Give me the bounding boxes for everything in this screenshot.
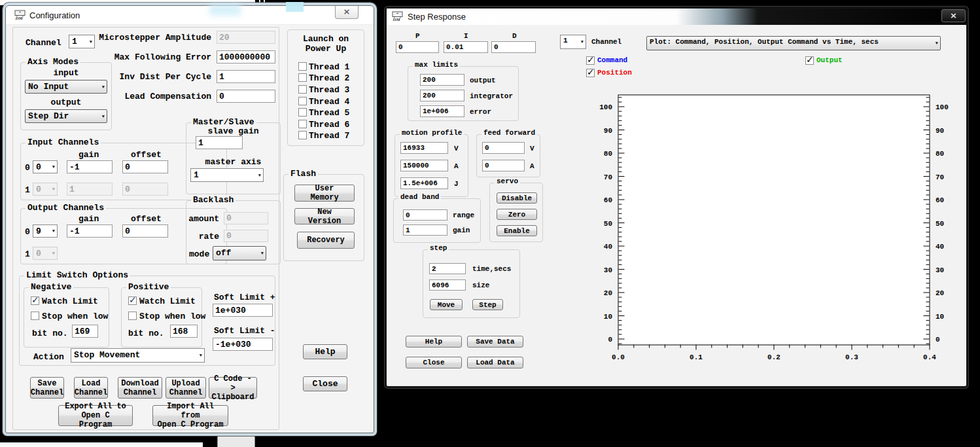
c-code-clipboard-button[interactable]: C Code ->Clipboard xyxy=(209,377,257,399)
svg-text:70: 70 xyxy=(604,173,612,181)
thread-1-checkbox[interactable] xyxy=(298,62,307,71)
negative-stop-when-low-checkbox[interactable] xyxy=(31,312,39,320)
motion-accel-field[interactable] xyxy=(400,160,448,171)
user-memory-button[interactable]: User Memory xyxy=(294,185,355,202)
step-size-field[interactable] xyxy=(429,279,466,291)
max-error-label: error xyxy=(470,108,491,116)
lead-compensation-field[interactable] xyxy=(217,90,275,103)
channel-select[interactable]: 1 xyxy=(69,35,95,48)
config-close-button[interactable]: Close xyxy=(303,376,347,391)
recovery-button[interactable]: Recovery xyxy=(297,232,355,249)
load-data-button[interactable]: Load Data xyxy=(467,357,523,368)
i-field[interactable] xyxy=(444,41,488,53)
input-channel-0-select[interactable]: 0 xyxy=(33,160,58,173)
negative-bit-field[interactable] xyxy=(72,325,98,338)
backlash-mode-select[interactable]: off xyxy=(213,246,266,260)
positive-watch-limit-checkbox[interactable] xyxy=(128,296,137,305)
thread-7-checkbox[interactable] xyxy=(298,131,307,139)
input-channel-0-gain[interactable] xyxy=(67,160,113,173)
thread-4-checkbox[interactable] xyxy=(298,97,307,105)
dead-band-range-field[interactable] xyxy=(403,209,447,221)
slave-gain-label: slave gain xyxy=(186,126,280,136)
positive-bit-field[interactable] xyxy=(170,325,198,338)
thread-2-checkbox[interactable] xyxy=(298,73,307,82)
servo-enable-button[interactable]: Enable xyxy=(497,225,537,236)
feed-forward-v-field[interactable] xyxy=(482,142,525,154)
p-field[interactable] xyxy=(396,41,439,53)
save-channel-button[interactable]: SaveChannel xyxy=(30,377,64,399)
input-mode-select[interactable]: No Input xyxy=(25,80,107,94)
config-titlebar[interactable]: DM Configuration × xyxy=(6,6,374,25)
servo-zero-button[interactable]: Zero xyxy=(497,209,537,220)
import-all-button[interactable]: Import All fromOpen C Program xyxy=(152,405,228,426)
master-axis-select[interactable]: 1 xyxy=(190,168,264,182)
configuration-window: DM Configuration × Channel 1 Microsteppe… xyxy=(5,5,374,433)
positive-stop-when-low-checkbox[interactable] xyxy=(128,312,137,320)
output-trace-checkbox[interactable] xyxy=(805,56,814,65)
motion-velocity-field[interactable] xyxy=(400,142,448,154)
output-channel-0-offset[interactable] xyxy=(122,224,168,238)
soft-limit-minus-field[interactable] xyxy=(213,338,273,351)
step-time-field[interactable] xyxy=(429,263,466,274)
command-trace-checkbox[interactable] xyxy=(586,56,595,65)
inv-dist-per-cycle-field[interactable] xyxy=(217,70,275,83)
negative-stop-when-low-label: Stop when low xyxy=(42,312,108,321)
close-icon[interactable]: × xyxy=(335,6,359,19)
svg-text:20: 20 xyxy=(936,289,944,297)
i-label: I xyxy=(464,32,468,40)
load-channel-button[interactable]: LoadChannel xyxy=(74,377,108,399)
axis-modes-group: Axis Modes input No Input output Step Di… xyxy=(20,62,112,130)
negative-watch-limit-checkbox[interactable] xyxy=(31,296,39,305)
max-error-field[interactable] xyxy=(420,105,464,117)
slave-gain-field[interactable] xyxy=(196,136,243,149)
negative-watch-limit-label: Watch Limit xyxy=(42,296,98,306)
feed-forward-a-field[interactable] xyxy=(482,160,525,171)
download-channel-button[interactable]: DownloadChannel xyxy=(118,377,162,399)
max-following-error-field[interactable] xyxy=(217,50,275,63)
backlash-amount-label: amount xyxy=(186,214,219,224)
offset-header: offset xyxy=(131,150,162,160)
step-button[interactable]: Step xyxy=(472,299,503,310)
svg-text:DM: DM xyxy=(393,17,401,22)
negative-limit-group: Negative Watch Limit Stop when low bit n… xyxy=(24,287,109,348)
step-channel-select[interactable]: 1 xyxy=(560,35,586,49)
row-index: 0 xyxy=(25,227,30,237)
limit-action-select[interactable]: Stop Movement xyxy=(71,348,205,363)
thread-5-checkbox[interactable] xyxy=(298,108,307,116)
upload-channel-button[interactable]: UploadChannel xyxy=(166,377,206,399)
positive-limit-group: Positive Watch Limit Stop when low bit n… xyxy=(121,287,202,348)
step-titlebar[interactable]: DM Step Response xyxy=(387,9,966,25)
step-close-button[interactable]: Close xyxy=(406,357,462,368)
output-channel-0-select[interactable]: 9 xyxy=(33,224,58,238)
close-icon[interactable]: × xyxy=(941,9,966,22)
save-data-button[interactable]: Save Data xyxy=(467,336,523,348)
new-version-button[interactable]: New Version xyxy=(294,208,355,224)
thread-3-checkbox[interactable] xyxy=(298,85,307,94)
input-channel-0-offset[interactable] xyxy=(122,160,168,173)
thread-5-label: Thread 5 xyxy=(309,108,349,118)
output-channel-0-gain[interactable] xyxy=(67,224,113,238)
launch-title-line2: Power Up xyxy=(288,44,364,54)
max-integrator-field[interactable] xyxy=(420,90,464,101)
output-mode-select[interactable]: Step Dir xyxy=(25,109,107,123)
step-help-button[interactable]: Help xyxy=(406,336,462,348)
move-button[interactable]: Move xyxy=(430,299,463,310)
svg-text:50: 50 xyxy=(604,220,612,228)
thread-6-checkbox[interactable] xyxy=(298,120,307,128)
negative-bit-label: bit no. xyxy=(32,329,68,338)
export-all-button[interactable]: Export All toOpen C Program xyxy=(58,405,133,426)
plot-type-select[interactable]: Plot: Command, Position, Output Command … xyxy=(646,36,941,50)
svg-text:40: 40 xyxy=(936,243,944,251)
row-index: 0 xyxy=(25,163,30,173)
config-help-button[interactable]: Help xyxy=(303,344,347,359)
max-output-field[interactable] xyxy=(420,74,464,86)
soft-limit-plus-field[interactable] xyxy=(213,304,273,317)
positive-bit-label: bit no. xyxy=(128,329,164,338)
d-field[interactable] xyxy=(491,41,536,53)
motion-jerk-field[interactable] xyxy=(400,177,448,189)
step-size-label: size xyxy=(472,281,489,289)
positive-stop-when-low-label: Stop when low xyxy=(139,312,205,321)
position-trace-checkbox[interactable] xyxy=(586,69,595,77)
servo-disable-button[interactable]: Disable xyxy=(497,192,537,204)
dead-band-gain-field[interactable] xyxy=(403,224,447,236)
